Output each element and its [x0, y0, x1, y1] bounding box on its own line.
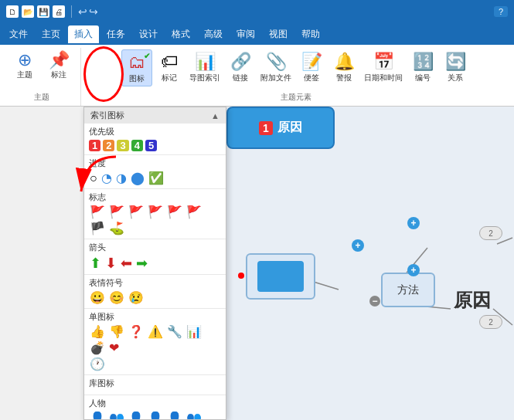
priority-1[interactable]: 1: [89, 140, 100, 151]
index-btn[interactable]: 📊 导图索引: [186, 49, 223, 85]
icon-thumbdown[interactable]: 👎: [108, 325, 125, 339]
menu-insert[interactable]: 插入: [68, 25, 99, 43]
help-btn[interactable]: ?: [494, 6, 508, 17]
title-bar-icons: 🗋 📂 💾 🖨: [6, 5, 65, 18]
cause-plus-bottom-btn[interactable]: +: [407, 264, 420, 276]
open-icon[interactable]: 📂: [22, 5, 34, 18]
flag-dark[interactable]: 🏴: [89, 222, 106, 235]
icon-bomb[interactable]: 💣: [89, 341, 106, 355]
person-6[interactable]: 👥: [186, 412, 203, 420]
flag-red[interactable]: 🚩: [108, 205, 125, 219]
priority-3[interactable]: 3: [117, 140, 128, 151]
icon-clock[interactable]: 🕐: [89, 357, 106, 371]
new-icon[interactable]: 🗋: [6, 5, 19, 18]
priority-4[interactable]: 4: [131, 140, 143, 151]
arrow-up[interactable]: ⬆: [89, 256, 102, 271]
icon-heart[interactable]: ❤: [108, 341, 120, 355]
redo-btn[interactable]: ↪: [89, 5, 98, 18]
scroll-up-btn[interactable]: ▲: [211, 111, 220, 120]
cause-plus-left-btn[interactable]: +: [352, 239, 364, 252]
menu-format[interactable]: 格式: [165, 25, 196, 43]
person-2[interactable]: 👥: [108, 412, 125, 420]
node-cause-big[interactable]: 1 原因: [226, 107, 335, 149]
node-center[interactable]: [246, 253, 315, 300]
attach-btn[interactable]: 📎 附加文件: [257, 49, 294, 85]
number-btn[interactable]: 🔢 编号: [407, 49, 438, 85]
flag-black[interactable]: ⛳: [108, 222, 125, 235]
flag-blue[interactable]: 🚩: [147, 205, 164, 219]
person-1[interactable]: 👤: [89, 412, 106, 420]
arrow-down[interactable]: ⬇: [104, 256, 117, 271]
group-label-elements: 主题元素: [281, 92, 311, 103]
alert-btn[interactable]: 🔔 警报: [328, 49, 359, 85]
person-5[interactable]: 👤: [166, 412, 183, 420]
emoji-sad[interactable]: 😢: [128, 291, 145, 305]
flag-purple[interactable]: 🚩: [186, 205, 203, 219]
arrow-right[interactable]: ➡: [135, 256, 148, 271]
tag-btn[interactable]: 🏷 标记: [154, 49, 185, 85]
icon-thumbup[interactable]: 👍: [89, 325, 106, 339]
note-btn[interactable]: 📝 便签: [296, 49, 327, 85]
icon-btn[interactable]: 🗂 图标 ✔: [121, 49, 152, 86]
menu-task[interactable]: 任务: [100, 25, 131, 43]
menu-view[interactable]: 视图: [263, 25, 294, 43]
section-arrow: 箭头 ⬆ ⬇ ⬅ ➡: [84, 239, 226, 275]
print-icon[interactable]: 🖨: [53, 5, 65, 18]
undo-redo: ↩ ↪: [78, 5, 98, 18]
theme-btn[interactable]: ⊕ 主题: [9, 49, 40, 82]
icon-row-single: 👍 👎 ❓ ⚠️ 🔧 📊 💣 ❤: [89, 325, 221, 355]
datetime-icon: 📅: [373, 52, 394, 72]
node-method[interactable]: 方法: [381, 273, 435, 307]
menu-help[interactable]: 帮助: [295, 25, 326, 43]
emoji-neutral[interactable]: 😊: [108, 291, 125, 305]
icon-question[interactable]: ❓: [128, 325, 145, 339]
icon-chart[interactable]: 📊: [186, 325, 203, 339]
theme-icon: ⊕: [18, 52, 32, 69]
icon-dropdown-panel[interactable]: 索引图标 ▲ 优先级 1 2 3 4 5 进度 ○ ◔ ◑ ⬤ ✅: [83, 107, 226, 420]
menu-file[interactable]: 文件: [3, 25, 34, 43]
flag-orange[interactable]: 🚩: [128, 205, 145, 219]
progress-75[interactable]: ⬤: [130, 171, 145, 185]
link-btn[interactable]: 🔗 链接: [225, 49, 256, 85]
alert-label: 警报: [336, 73, 352, 83]
divider: [71, 5, 72, 18]
progress-0[interactable]: ○: [89, 171, 98, 185]
progress-25[interactable]: ◔: [100, 171, 113, 185]
icon-warning[interactable]: ⚠️: [147, 325, 164, 339]
flag-green[interactable]: 🚩: [89, 205, 106, 219]
minus-btn[interactable]: −: [369, 296, 380, 307]
priority-2[interactable]: 2: [103, 140, 114, 151]
priority-5[interactable]: 5: [145, 140, 157, 151]
icon-row-emoji: 😀 😊 😢: [89, 291, 221, 305]
section-priority: 优先级 1 2 3 4 5: [84, 124, 226, 155]
mark-label: 标注: [51, 70, 66, 80]
save-icon[interactable]: 💾: [37, 5, 49, 18]
relation-btn[interactable]: 🔄 关系: [440, 49, 471, 85]
section-people: 人物 👤 👥 👤 👤 👤 👥 👤 👥 🚹 🚺 🚻 ♿: [84, 395, 226, 420]
flag-lt-blue[interactable]: 🚩: [166, 205, 183, 219]
note-icon: 📝: [301, 52, 322, 72]
progress-100[interactable]: ✅: [148, 171, 165, 185]
cause-plus-top-btn[interactable]: +: [407, 217, 420, 229]
person-3[interactable]: 👤: [128, 412, 145, 420]
progress-50[interactable]: ◑: [115, 171, 128, 185]
undo-btn[interactable]: ↩: [78, 5, 87, 18]
emoji-happy[interactable]: 😀: [89, 291, 106, 305]
main-canvas[interactable]: 方法 − 1 原因 + + + 原因 2 2: [226, 107, 514, 420]
datetime-btn[interactable]: 📅 日期和时间: [361, 49, 406, 85]
menu-advanced[interactable]: 高级: [198, 25, 229, 43]
node-cause-text[interactable]: 原因: [454, 288, 491, 313]
menu-home[interactable]: 主页: [36, 25, 66, 43]
icon-tool[interactable]: 🔧: [166, 325, 183, 339]
menu-design[interactable]: 设计: [133, 25, 164, 43]
small-node-2b[interactable]: 2: [479, 315, 502, 329]
index-icon: 📊: [195, 52, 216, 72]
person-4[interactable]: 👤: [147, 412, 164, 420]
section-title-emoji: 表情符号: [89, 277, 221, 289]
small-node-2a[interactable]: 2: [479, 226, 502, 240]
section-flag: 标志 🚩 🚩 🚩 🚩 🚩 🚩 🏴 ⛳: [84, 189, 226, 239]
arrow-left[interactable]: ⬅: [120, 256, 133, 271]
alert-icon: 🔔: [334, 52, 355, 72]
menu-review[interactable]: 审阅: [230, 25, 261, 43]
mark-btn[interactable]: 📌 标注: [43, 49, 74, 82]
